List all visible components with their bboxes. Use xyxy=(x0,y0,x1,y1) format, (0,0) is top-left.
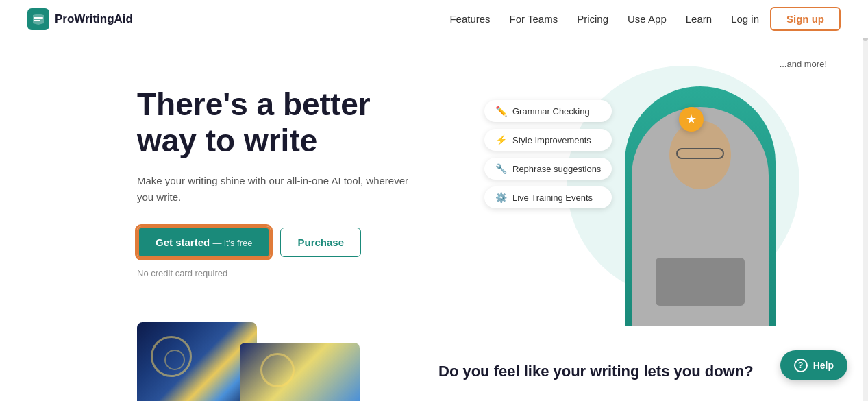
rephrase-label: Rephrase suggestions xyxy=(512,164,601,174)
navbar: ProWritingAid Features For Teams Pricing… xyxy=(0,0,868,38)
hero-subtitle: Make your writing shine with our all-in-… xyxy=(137,173,425,206)
training-label: Live Training Events xyxy=(512,193,593,203)
help-button[interactable]: ? Help xyxy=(780,350,847,380)
feature-pill-style: ⚡ Style Improvements xyxy=(484,129,612,151)
feature-pill-training: ⚙️ Live Training Events xyxy=(484,186,612,208)
bottom-image-1 xyxy=(137,322,257,401)
hero-title: There's a better way to write xyxy=(137,86,425,159)
hero-person-container xyxy=(601,59,799,326)
hero-left: There's a better way to write Make your … xyxy=(137,73,425,278)
logo-text: ProWritingAid xyxy=(55,12,133,26)
purchase-button[interactable]: Purchase xyxy=(280,228,361,257)
person-glasses xyxy=(676,148,724,159)
person-laptop xyxy=(656,258,745,306)
style-label: Style Improvements xyxy=(512,135,591,145)
nav-use-app[interactable]: Use App xyxy=(628,13,667,25)
bottom-question: Do you feel like your writing lets you d… xyxy=(438,363,754,380)
nav-learn[interactable]: Learn xyxy=(686,13,712,25)
logo[interactable]: ProWritingAid xyxy=(27,8,133,30)
bottom-image-2 xyxy=(240,343,360,401)
get-started-label: Get started xyxy=(156,236,210,248)
get-started-button[interactable]: Get started — it's free xyxy=(137,226,271,258)
scrollbar[interactable] xyxy=(863,0,868,401)
hero-cta: Get started — it's free Purchase xyxy=(137,226,425,258)
grammar-icon: ✏️ xyxy=(495,106,507,117)
nav-links: Features For Teams Pricing Use App Learn xyxy=(449,13,712,25)
hero-illustration: ★ ...and more! ✏️ Grammar Checking ⚡ Sty… xyxy=(484,45,841,347)
style-icon: ⚡ xyxy=(495,134,507,145)
person-body xyxy=(632,107,769,326)
feature-pill-rephrase: 🔧 Rephrase suggestions xyxy=(484,158,612,180)
star-badge: ★ xyxy=(679,107,704,132)
logo-icon xyxy=(27,8,49,30)
rephrase-icon: 🔧 xyxy=(495,163,507,174)
help-label: Help xyxy=(813,360,834,371)
bottom-text: Do you feel like your writing lets you d… xyxy=(438,363,754,380)
free-label: — it's free xyxy=(212,238,252,248)
login-button[interactable]: Log in xyxy=(731,13,759,25)
hero-section: There's a better way to write Make your … xyxy=(0,38,868,401)
nav-for-teams[interactable]: For Teams xyxy=(510,13,558,25)
help-icon: ? xyxy=(794,359,808,372)
nav-pricing[interactable]: Pricing xyxy=(577,13,608,25)
grammar-label: Grammar Checking xyxy=(512,106,590,117)
and-more-text: ...and more! xyxy=(780,59,827,69)
training-icon: ⚙️ xyxy=(495,192,507,203)
no-credit-text: No credit card required xyxy=(137,268,425,278)
feature-pill-grammar: ✏️ Grammar Checking xyxy=(484,100,612,122)
feature-pills: ✏️ Grammar Checking ⚡ Style Improvements… xyxy=(484,100,612,208)
nav-features[interactable]: Features xyxy=(449,13,490,25)
signup-button[interactable]: Sign up xyxy=(770,7,841,31)
